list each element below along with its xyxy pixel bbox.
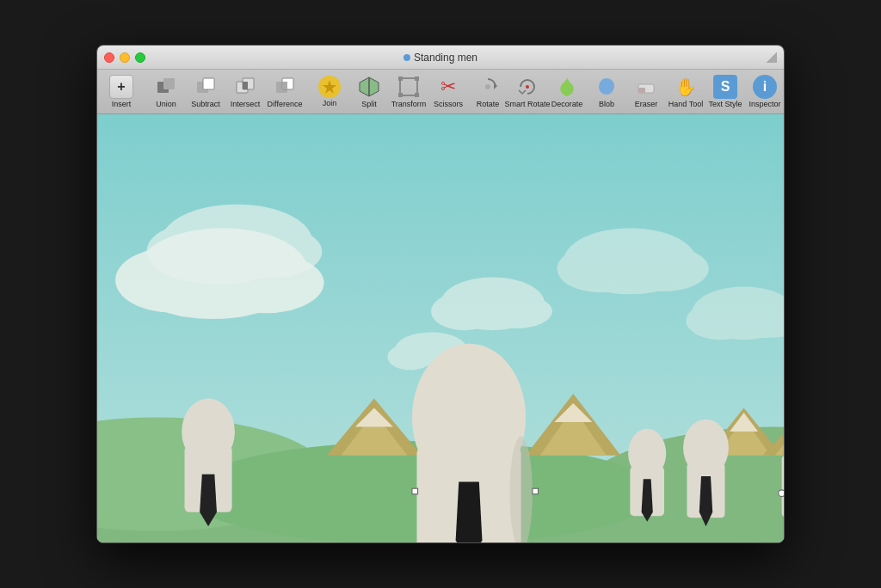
svg-point-28 [480,294,552,328]
union-icon [154,75,178,99]
svg-point-17 [485,84,490,89]
intersect-icon [233,75,257,99]
tool-split[interactable]: Split [350,73,388,110]
text-style-icon: S [713,75,737,99]
svg-rect-3 [203,78,214,89]
tool-intersect[interactable]: Intersect [226,73,264,110]
join-icon [318,76,341,98]
close-button[interactable] [104,52,114,63]
difference-label: Difference [268,100,303,108]
svg-rect-65 [455,462,484,481]
subtract-label: Subtract [191,100,220,108]
tool-union[interactable]: Union [147,73,185,110]
person-1 [182,399,235,527]
eraser-label: Eraser [635,100,658,108]
tool-hand[interactable]: ✋ Hand Tool [667,73,705,110]
tool-transform[interactable]: Transform [390,73,428,110]
rotate-icon [476,75,500,99]
tool-scissors[interactable]: ✂ Scissors [429,73,467,110]
transform-icon [397,75,421,99]
eraser-icon [634,75,658,99]
intersect-label: Intersect [231,100,261,108]
inspector-label: Inspector [749,100,780,108]
hand-tool-label: Hand Tool [668,100,703,108]
subtract-icon [194,75,218,99]
person-3 [628,429,666,522]
svg-rect-6 [243,82,248,89]
svg-rect-15 [398,93,403,97]
svg-point-68 [628,429,666,478]
scene [97,114,784,542]
svg-point-41 [142,266,284,319]
tool-join[interactable]: Join [311,74,348,109]
tool-subtract[interactable]: Subtract [187,73,225,110]
difference-icon [273,75,297,99]
svg-rect-1 [163,78,175,89]
maximize-button[interactable] [135,52,145,63]
tool-inspector[interactable]: i Inspector [746,73,784,110]
decorate-label: Decorate [551,100,583,108]
hand-tool-icon: ✋ [674,75,698,99]
svg-rect-61 [199,460,218,475]
tool-decorate[interactable]: Decorate [548,73,586,110]
blob-label: Blob [599,100,614,108]
title-dot [404,54,410,61]
tool-difference[interactable]: Difference [266,73,304,110]
toolbar: + Insert Union Subtract Intersect [97,70,784,114]
selection-handle-bl [412,488,418,494]
decorate-icon [555,75,579,99]
svg-point-71 [683,420,729,476]
insert-label: Insert [112,100,132,108]
svg-rect-9 [282,82,287,89]
blob-icon [595,75,619,99]
tool-rotate[interactable]: Rotate [469,73,507,110]
inspector-icon: i [753,75,777,99]
text-style-label: Text Style [709,100,742,108]
titlebar: Standing men [97,46,784,70]
tool-text-style[interactable]: S Text Style [706,73,744,110]
tool-blob[interactable]: Blob [588,73,625,110]
tool-smart-rotate[interactable]: Smart Rotate [508,73,546,110]
tool-insert[interactable]: + Insert [102,73,140,110]
union-label: Union [156,100,176,108]
svg-point-18 [526,85,529,89]
scissors-label: Scissors [434,100,463,108]
smart-rotate-label: Smart Rotate [504,100,550,108]
main-window: Standing men + Insert Union Subtract [96,45,785,543]
svg-rect-13 [398,77,403,81]
svg-point-30 [387,344,433,371]
svg-rect-20 [638,88,645,93]
svg-rect-14 [415,77,419,81]
selection-handle-br [533,488,539,494]
svg-point-34 [618,246,709,291]
window-title: Standing men [404,52,477,64]
join-label: Join [323,99,337,107]
scissors-icon: ✂ [436,75,460,99]
insert-icon: + [109,75,133,99]
traffic-lights [104,52,145,63]
tool-eraser[interactable]: Eraser [627,73,665,110]
rotate-label: Rotate [477,100,500,108]
transform-label: Transform [391,100,427,108]
split-icon [357,75,381,99]
resize-handle[interactable] [767,52,777,63]
person-4 [683,420,729,527]
canvas-area[interactable] [97,114,784,542]
selection-handle-r [779,490,784,497]
svg-point-59 [182,399,235,465]
title-text: Standing men [414,52,477,64]
scene-svg [97,114,784,542]
person-2 [412,344,533,542]
split-label: Split [361,100,377,108]
svg-rect-16 [415,93,419,97]
smart-rotate-icon [515,75,539,99]
minimize-button[interactable] [120,52,130,63]
svg-rect-73 [782,456,784,518]
